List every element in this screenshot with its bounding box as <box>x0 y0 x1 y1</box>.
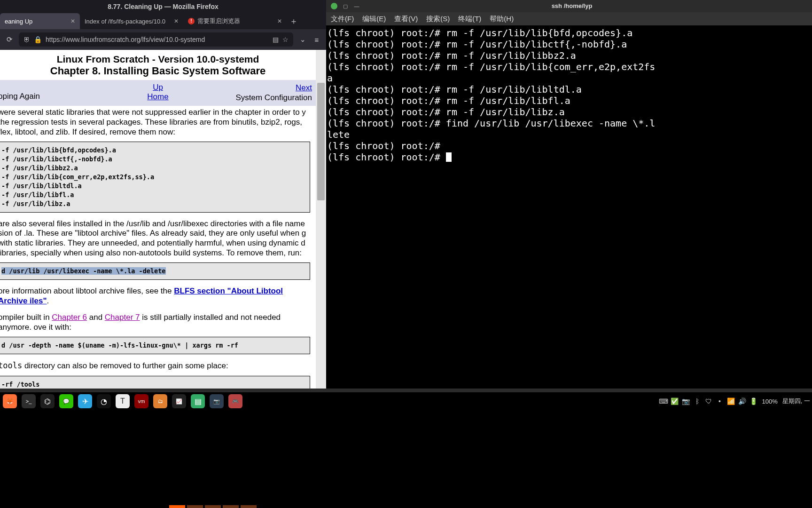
reload-icon[interactable]: ⟳ <box>5 35 14 44</box>
tab-bar: eaning Up ✕ Index of /lfs/lfs-packages/1… <box>0 13 326 29</box>
tab-label: 需要重启浏览器 <box>197 17 240 25</box>
menu-file[interactable]: 文件(F) <box>331 13 354 24</box>
close-icon[interactable]: ✕ <box>174 18 179 24</box>
code-block-1: -f /usr/lib/lib{bfd,opcodes}.a -f /usr/l… <box>0 142 310 212</box>
menu-icon[interactable]: ≡ <box>312 35 321 44</box>
menu-search[interactable]: 搜索(S) <box>426 13 450 24</box>
terminal-titlebar: ▢ — ssh /home/lyp <box>326 0 812 12</box>
game-icon[interactable]: 🎮 <box>228 394 242 408</box>
reader-icon[interactable]: ▤ <box>273 36 279 43</box>
music-icon[interactable]: ◔ <box>97 394 111 408</box>
system-tray: ⌨✅📷ᛒ🛡•📶🔊🔋 100% 星期四, 一 <box>660 397 812 405</box>
firefox-titlebar: 8.77. Cleaning Up — Mozilla Firefox <box>0 0 326 13</box>
close-icon[interactable]: ✕ <box>277 18 282 24</box>
paragraph: ore information about libtool archive fi… <box>0 286 310 306</box>
code-block-2: d /usr/lib /usr/libexec -name \*.la -del… <box>0 262 310 280</box>
paragraph: tools directory can also be removed to f… <box>0 361 310 371</box>
text-icon[interactable]: T <box>116 394 130 408</box>
lock-icon: 🔒 <box>34 36 42 43</box>
link-chapter-6[interactable]: Chapter 6 <box>52 313 87 322</box>
page-nav: Up Home pping Again Next System Configur… <box>0 80 316 106</box>
terminal-title: ssh /home/lyp <box>360 0 784 12</box>
pocket-icon[interactable]: ⌄ <box>298 35 307 44</box>
bluetooth-icon[interactable]: ᛒ <box>694 397 701 405</box>
taskbar: 🦊>_⌬💬✈◔Tvm🗂📈▤📷🎮 ⌨✅📷ᛒ🛡•📶🔊🔋 100% 星期四, 一 <box>0 392 812 410</box>
page-content: Linux From Scratch - Version 10.0-system… <box>0 50 316 389</box>
volume-icon[interactable]: 🔊 <box>739 397 746 405</box>
slide-marker <box>169 505 185 508</box>
shield-icon[interactable]: 🛡 <box>705 397 712 405</box>
firefox-icon[interactable]: 🦊 <box>3 394 17 408</box>
window-close-icon[interactable] <box>331 3 337 9</box>
tab-cleaning-up[interactable]: eaning Up ✕ <box>0 13 80 29</box>
slide-marker <box>223 505 239 508</box>
warning-icon: ! <box>188 18 195 24</box>
keyboard-icon[interactable]: ⌨ <box>660 397 667 405</box>
telegram-icon[interactable]: ✈ <box>78 394 92 408</box>
bookmark-icon[interactable]: ☆ <box>282 36 289 43</box>
files-icon[interactable]: 🗂 <box>153 394 167 408</box>
code-block-3: d /usr -depth -name $(uname -m)-lfs-linu… <box>0 337 310 354</box>
url-bar[interactable]: ⛨ 🔒 https://www.linuxfromscratch.org/lfs… <box>19 32 293 47</box>
vscode-icon[interactable]: ⌬ <box>40 394 55 408</box>
screenshot-icon[interactable]: 📷 <box>210 394 224 408</box>
tab-restart[interactable]: ! 需要重启浏览器 ✕ <box>183 13 287 29</box>
terminal-window: ▢ — ssh /home/lyp 文件(F) 编辑(E) 查看(V) 搜索(S… <box>326 0 812 389</box>
new-tab-button[interactable]: ＋ <box>287 13 301 29</box>
toolbar: ⟳ ⛨ 🔒 https://www.linuxfromscratch.org/l… <box>0 29 326 50</box>
tab-index[interactable]: Index of /lfs/lfs-packages/10.0 ✕ <box>80 13 183 29</box>
battery-icon[interactable]: 🔋 <box>750 397 757 405</box>
shield-icon: ⛨ <box>23 36 30 43</box>
wifi-icon[interactable]: 📶 <box>727 397 735 405</box>
page-title-1: Linux From Scratch - Version 10.0-system… <box>0 54 316 65</box>
dot-icon[interactable]: • <box>716 397 724 405</box>
slide-marker <box>187 505 203 508</box>
tab-label: eaning Up <box>5 18 32 25</box>
camera-icon[interactable]: 📷 <box>682 397 690 405</box>
tab-label: Index of /lfs/lfs-packages/10.0 <box>85 18 165 25</box>
cursor <box>446 152 452 162</box>
terminal-icon[interactable]: >_ <box>22 394 36 408</box>
clock-text: 星期四, 一 <box>782 397 810 405</box>
close-icon[interactable]: ✕ <box>70 18 75 24</box>
battery-text: 100% <box>762 398 778 405</box>
app-icon[interactable]: ▤ <box>191 394 205 408</box>
nav-home[interactable]: Home <box>147 92 168 101</box>
nav-up[interactable]: Up <box>153 83 163 92</box>
paragraph: are also several files installed in the … <box>0 219 310 258</box>
window-maximize-icon[interactable]: ▢ <box>342 3 349 9</box>
wechat-icon[interactable]: 💬 <box>59 394 73 408</box>
menu-help[interactable]: 帮助(H) <box>490 13 514 24</box>
paragraph: ompiler built in Chapter 6 and Chapter 7… <box>0 313 310 332</box>
check-icon[interactable]: ✅ <box>671 397 679 405</box>
terminal-body[interactable]: (lfs chroot) root:/# rm -f /usr/lib/lib{… <box>326 25 812 165</box>
slide-marker <box>205 505 221 508</box>
code-block-4: -rf /tools <box>0 376 310 389</box>
url-text: https://www.linuxfromscratch.org/lfs/vie… <box>46 36 269 43</box>
window-minimize-icon[interactable]: — <box>353 3 360 9</box>
monitor-icon[interactable]: 📈 <box>172 394 186 408</box>
vm-icon[interactable]: vm <box>134 394 148 408</box>
presenter-bar <box>0 410 812 508</box>
scrollbar[interactable] <box>316 50 326 389</box>
scrollbar-thumb[interactable] <box>317 83 325 200</box>
menu-edit[interactable]: 编辑(E) <box>362 13 386 24</box>
nav-prev[interactable]: pping Again <box>0 92 40 101</box>
menu-term[interactable]: 终端(T) <box>458 13 481 24</box>
terminal-menu: 文件(F) 编辑(E) 查看(V) 搜索(S) 终端(T) 帮助(H) <box>326 12 812 25</box>
task-apps: 🦊>_⌬💬✈◔Tvm🗂📈▤📷🎮 <box>0 394 242 408</box>
nav-next-sub: System Configuration <box>235 93 312 102</box>
firefox-window: 8.77. Cleaning Up — Mozilla Firefox eani… <box>0 0 326 389</box>
menu-view[interactable]: 查看(V) <box>394 13 418 24</box>
page-title-2: Chapter 8. Installing Basic System Softw… <box>0 65 316 77</box>
slide-marker <box>241 505 257 508</box>
link-chapter-7[interactable]: Chapter 7 <box>105 313 140 322</box>
nav-next[interactable]: Next <box>296 83 312 92</box>
paragraph: were several static libraries that were … <box>0 108 310 137</box>
